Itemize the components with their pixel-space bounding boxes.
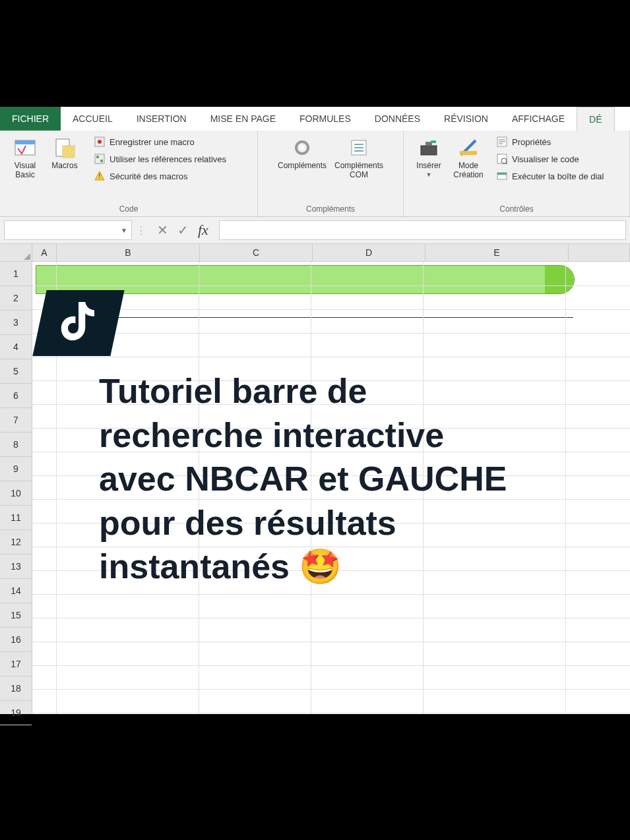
group-label-code: Code — [0, 203, 257, 216]
record-macro-icon — [94, 136, 106, 148]
column-header[interactable]: B — [57, 244, 200, 261]
row-header[interactable]: 15 — [0, 603, 32, 628]
mode-creation-button[interactable]: Mode Création — [449, 133, 488, 182]
svg-rect-16 — [460, 151, 477, 155]
complements-com-button[interactable]: Compléments COM — [331, 133, 387, 182]
tab-affichage[interactable]: AFFICHAGE — [500, 107, 577, 131]
gear-icon — [290, 136, 314, 160]
inserer-button[interactable]: Insérer ▼ — [409, 133, 449, 182]
svg-rect-7 — [96, 156, 99, 158]
row-header[interactable]: 16 — [0, 628, 32, 652]
row-header[interactable]: 17 — [0, 652, 32, 676]
row-header[interactable]: 11 — [0, 506, 32, 530]
tab-formules[interactable]: FORMULES — [288, 107, 363, 131]
underline-border — [104, 317, 573, 318]
star-struck-emoji-icon: 🤩 — [299, 547, 342, 585]
ribbon: Visual Basic Macros Enregistrer une macr… — [0, 131, 630, 217]
tab-revision[interactable]: RÉVISION — [432, 107, 500, 131]
row-header[interactable]: 3 — [0, 311, 32, 335]
tab-fichier[interactable]: FICHIER — [0, 107, 61, 131]
svg-rect-13 — [421, 146, 437, 155]
row-header[interactable]: 5 — [0, 359, 32, 384]
enregistrer-macro-button[interactable]: Enregistrer une macro — [91, 135, 229, 149]
column-header[interactable]: E — [425, 244, 569, 261]
caption-overlay: Tutoriel barre de recherche interactive … — [99, 369, 521, 589]
group-code: Visual Basic Macros Enregistrer une macr… — [0, 131, 258, 216]
proprietes-button[interactable]: Propriétés — [493, 135, 606, 149]
cancel-formula-icon[interactable]: ✕ — [157, 222, 168, 238]
svg-rect-1 — [15, 140, 35, 144]
tab-donnees[interactable]: DONNÉES — [363, 107, 432, 131]
column-headers: ABCDE — [0, 244, 630, 262]
ribbon-tabs: FICHIER ACCUEIL INSERTION MISE EN PAGE F… — [0, 107, 630, 131]
column-header[interactable]: C — [200, 244, 313, 261]
column-header[interactable]: A — [32, 244, 57, 261]
enter-formula-icon[interactable]: ✓ — [177, 222, 189, 238]
macro-security-icon: ! — [94, 170, 106, 182]
row-header[interactable]: 10 — [0, 481, 32, 506]
visualiser-code-button[interactable]: Visualiser le code — [493, 152, 606, 166]
visual-basic-button[interactable]: Visual Basic — [5, 133, 45, 182]
row-header[interactable]: 19 — [0, 701, 32, 725]
row-header[interactable]: 4 — [0, 335, 32, 359]
row-headers: 12345678910111213141516171819 — [0, 262, 32, 714]
row-header[interactable]: 12 — [0, 530, 32, 555]
svg-rect-21 — [497, 173, 507, 175]
references-relatives-button[interactable]: Utiliser les références relatives — [91, 152, 229, 166]
run-dialog-icon — [496, 170, 508, 182]
svg-text:!: ! — [99, 173, 101, 180]
fx-icon[interactable]: fx — [198, 222, 208, 239]
tiktok-logo — [32, 290, 124, 356]
row-header[interactable]: 1 — [0, 262, 32, 286]
row-header[interactable]: 14 — [0, 579, 32, 603]
group-controles: Insérer ▼ Mode Création Propriétés Visua… — [404, 131, 630, 216]
select-all-button[interactable] — [0, 244, 32, 261]
row-header[interactable]: 2 — [0, 286, 32, 311]
design-mode-icon — [457, 136, 480, 160]
name-box[interactable]: ▼ — [4, 220, 132, 240]
svg-point-5 — [98, 140, 102, 144]
executer-dialogue-button[interactable]: Exécuter la boîte de dial — [493, 169, 606, 183]
row-header[interactable]: 7 — [0, 408, 32, 433]
svg-rect-8 — [100, 160, 103, 162]
svg-rect-15 — [431, 140, 436, 143]
com-addins-icon — [347, 136, 371, 160]
svg-rect-3 — [63, 146, 75, 158]
row-header[interactable]: 18 — [0, 676, 32, 701]
securite-macros-button[interactable]: ! Sécurité des macros — [91, 169, 229, 183]
group-label-complements: Compléments — [258, 203, 403, 216]
properties-icon — [496, 136, 508, 148]
column-header[interactable]: D — [313, 244, 425, 261]
relative-refs-icon — [94, 153, 106, 165]
group-label-controles: Contrôles — [404, 203, 629, 216]
tab-mise-en-page[interactable]: MISE EN PAGE — [199, 107, 288, 131]
row-header[interactable]: 13 — [0, 555, 32, 579]
row-header[interactable]: 8 — [0, 433, 32, 457]
tab-insertion[interactable]: INSERTION — [125, 107, 199, 131]
svg-point-11 — [300, 146, 304, 150]
name-box-dropdown-icon[interactable]: ▼ — [121, 227, 127, 234]
complements-button[interactable]: Compléments — [274, 133, 331, 173]
formula-input[interactable] — [219, 220, 626, 240]
formula-bar: ▼ ⋮ ✕ ✓ fx — [0, 217, 630, 244]
toolbox-icon — [417, 136, 441, 160]
tab-accueil[interactable]: ACCUEIL — [61, 107, 125, 131]
row-header[interactable]: 6 — [0, 384, 32, 408]
tab-developpeur[interactable]: DÉ — [577, 107, 614, 131]
visual-basic-icon — [13, 136, 37, 160]
view-code-icon — [496, 153, 508, 165]
macros-icon — [53, 136, 77, 160]
row-header[interactable]: 9 — [0, 457, 32, 481]
macros-button[interactable]: Macros — [45, 133, 84, 173]
group-complements: Compléments Compléments COM Compléments — [258, 131, 404, 216]
